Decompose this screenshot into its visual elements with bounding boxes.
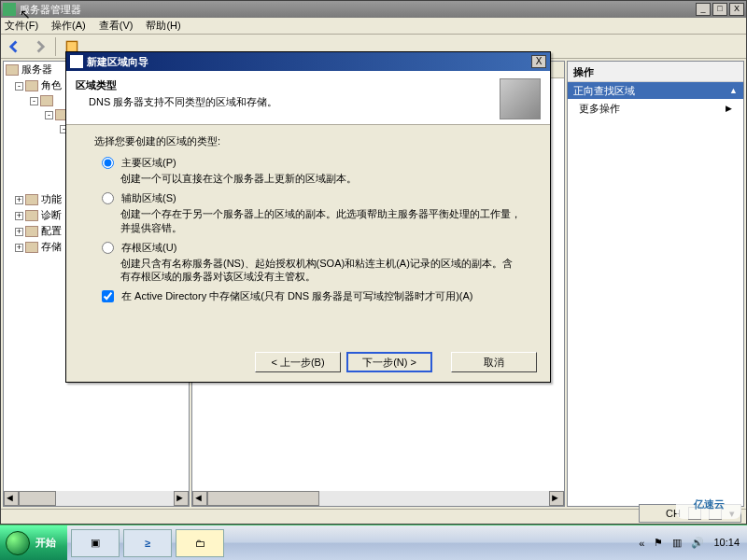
powershell-icon: ≥	[145, 538, 150, 549]
folder-icon	[25, 80, 38, 91]
tree-features[interactable]: 功能	[41, 193, 62, 204]
checkbox-store-in-ad[interactable]	[102, 290, 114, 302]
window-title: 服务器管理器	[20, 3, 694, 17]
folder-icon	[25, 242, 38, 253]
clock-time: 10:14	[713, 537, 740, 548]
radio-secondary-zone[interactable]	[102, 192, 114, 204]
actions-pane: 操作 正向查找区域 ▲ 更多操作 ▶	[567, 61, 744, 507]
radio-stub-zone-label[interactable]: 存根区域(U)	[121, 242, 176, 253]
server-manager-icon: ▣	[91, 537, 100, 549]
tree-storage[interactable]: 存储	[41, 241, 62, 252]
explorer-icon: 🗀	[195, 538, 205, 549]
wizard-close-button[interactable]: X	[531, 55, 546, 68]
wizard-header-title: 区域类型	[76, 78, 500, 92]
menu-action[interactable]: 操作(A)	[51, 19, 86, 33]
tree-scrollbar[interactable]: ◄►	[4, 491, 189, 506]
wizard-title-text: 新建区域向导	[87, 55, 531, 69]
chevron-up-icon: ▲	[729, 82, 738, 99]
chevron-right-icon: ▶	[726, 99, 732, 118]
expand-icon[interactable]: -	[30, 97, 38, 105]
actions-more-label: 更多操作	[579, 99, 620, 118]
taskbar-item-explorer[interactable]: 🗀	[176, 529, 224, 557]
tray-flag-icon[interactable]: ⚑	[654, 537, 663, 549]
watermark-text: 亿速云	[694, 497, 725, 511]
wizard-header-sub: DNS 服务器支持不同类型的区域和存储。	[76, 95, 500, 109]
result-scrollbar[interactable]: ◄►	[192, 491, 564, 506]
statusbar	[1, 509, 746, 524]
actions-selected-label: 正向查找区域	[573, 82, 635, 99]
menubar: 文件(F) 操作(A) 查看(V) 帮助(H)	[1, 18, 746, 35]
expand-icon[interactable]: +	[15, 212, 23, 220]
actions-title: 操作	[568, 62, 743, 82]
wizard-icon	[70, 55, 83, 68]
actions-selected[interactable]: 正向查找区域 ▲	[568, 82, 743, 99]
tray-volume-icon[interactable]: 🔊	[691, 537, 704, 549]
close-button[interactable]: X	[729, 3, 744, 16]
radio-secondary-zone-label[interactable]: 辅助区域(S)	[121, 192, 176, 203]
tray-network-icon[interactable]: ▥	[672, 537, 682, 549]
stub-zone-desc: 创建只含有名称服务器(NS)、起始授权机构(SOA)和粘连主机(A)记录的区域的…	[120, 257, 522, 285]
svg-rect-0	[66, 41, 77, 51]
new-zone-wizard-dialog: 新建区域向导 X 区域类型 DNS 服务器支持不同类型的区域和存储。 选择您要创…	[65, 51, 551, 383]
radio-stub-zone[interactable]	[102, 242, 114, 254]
expand-icon[interactable]: +	[15, 244, 23, 252]
taskbar: 开始 ▣ ≥ 🗀 « ⚑ ▥ 🔊 10:14	[0, 525, 747, 560]
taskbar-item-powershell[interactable]: ≥	[123, 529, 172, 557]
next-button[interactable]: 下一步(N) >	[346, 352, 432, 372]
radio-primary-zone[interactable]	[102, 157, 114, 169]
cancel-button[interactable]: 取消	[451, 352, 537, 372]
start-label: 开始	[35, 536, 56, 550]
menu-file[interactable]: 文件(F)	[5, 19, 38, 33]
wizard-banner-image	[500, 78, 541, 119]
actions-more[interactable]: 更多操作 ▶	[568, 99, 743, 118]
tray-chevron-icon[interactable]: «	[639, 538, 644, 549]
app-icon	[3, 3, 16, 16]
watermark: 亿速云	[676, 489, 741, 519]
minimize-button[interactable]: _	[696, 3, 711, 16]
tree-roles[interactable]: 角色	[41, 79, 62, 91]
tree-configuration[interactable]: 配置	[41, 225, 62, 236]
nav-forward-button[interactable]	[29, 36, 49, 57]
radio-primary-zone-label[interactable]: 主要区域(P)	[121, 157, 176, 168]
back-button[interactable]: < 上一步(B)	[255, 352, 341, 372]
menu-help[interactable]: 帮助(H)	[146, 19, 180, 33]
wizard-body: 选择您要创建的区域的类型: 主要区域(P) 创建一个可以直接在这个服务器上更新的…	[66, 125, 550, 309]
mmc-titlebar[interactable]: 服务器管理器 _ □ X	[1, 1, 746, 18]
menu-view[interactable]: 查看(V)	[99, 19, 134, 33]
wizard-titlebar[interactable]: 新建区域向导 X	[66, 52, 550, 71]
start-button[interactable]: 开始	[0, 525, 67, 561]
expand-icon[interactable]: +	[15, 196, 23, 204]
folder-icon	[40, 95, 53, 106]
tree-root[interactable]: 服务器	[21, 63, 52, 75]
primary-zone-desc: 创建一个可以直接在这个服务器上更新的区域副本。	[120, 172, 522, 186]
taskbar-item-server-manager[interactable]: ▣	[71, 529, 120, 557]
maximize-button[interactable]: □	[712, 3, 727, 16]
wizard-header: 区域类型 DNS 服务器支持不同类型的区域和存储。	[66, 71, 550, 125]
wizard-prompt: 选择您要创建的区域的类型:	[94, 134, 522, 148]
secondary-zone-desc: 创建一个存在于另一个服务器上的区域的副本。此选项帮助主服务器平衡处理的工作量，并…	[120, 207, 522, 235]
toolbar-separator	[55, 37, 56, 56]
expand-icon[interactable]: -	[15, 82, 23, 91]
server-icon	[6, 64, 19, 76]
wizard-buttons: < 上一步(B) 下一步(N) > 取消	[255, 352, 537, 372]
folder-icon	[25, 194, 38, 205]
folder-icon	[25, 226, 38, 237]
tree-diagnostics[interactable]: 诊断	[41, 209, 62, 220]
nav-back-button[interactable]	[5, 36, 25, 57]
system-tray[interactable]: « ⚑ ▥ 🔊 10:14	[631, 537, 747, 549]
checkbox-store-in-ad-label[interactable]: 在 Active Directory 中存储区域(只有 DNS 服务器是可写域控…	[121, 290, 472, 301]
expand-icon[interactable]: +	[15, 228, 23, 236]
folder-icon	[25, 210, 38, 221]
start-orb-icon	[6, 531, 30, 555]
expand-icon[interactable]: -	[45, 111, 53, 119]
tray-clock[interactable]: 10:14	[713, 537, 740, 548]
